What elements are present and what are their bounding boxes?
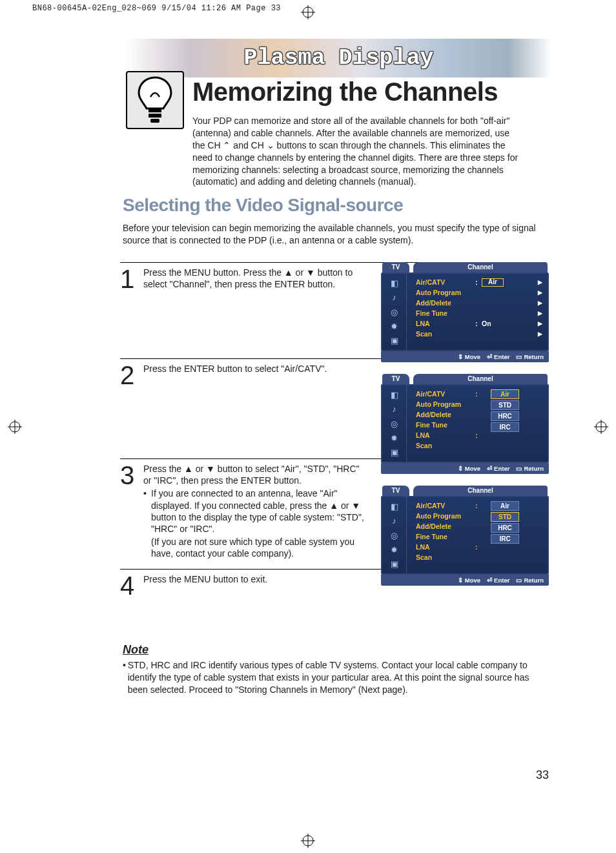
- menu-item: Scan: [416, 330, 475, 338]
- return-icon: ▭: [516, 353, 522, 360]
- channel-icon: ◎: [382, 416, 406, 431]
- menu-item: Fine Tune: [416, 309, 475, 317]
- enter-icon: ⏎: [487, 353, 492, 360]
- osd-option-list: Air STD HRC IRC: [491, 389, 519, 433]
- menu-item: Add/Delete: [416, 299, 475, 307]
- crop-mark-icon: [301, 5, 315, 19]
- option-irc: IRC: [491, 534, 519, 544]
- osd-icon-column: ◧ ♪ ◎ ✸ ▣: [382, 497, 407, 573]
- step-number: 4: [120, 573, 143, 597]
- banner: Plasma Display: [126, 39, 551, 77]
- setup-icon: ✸: [382, 431, 406, 445]
- option-irc: IRC: [491, 422, 519, 432]
- menu-item: Air/CATV: [416, 390, 475, 398]
- step-bullet: If you are connected to an antenna, leav…: [143, 488, 364, 535]
- osd-menu: Air/CATV:Air▶ Auto Program▶ Add/Delete▶ …: [407, 274, 548, 350]
- banner-title: Plasma Display: [243, 45, 433, 71]
- svg-rect-12: [149, 108, 161, 112]
- chevron-right-icon: ▶: [538, 331, 542, 337]
- step-number: 1: [120, 267, 143, 356]
- osd-footer: ⇕Move ⏎Enter ▭Return: [381, 463, 549, 474]
- step-text: Press the ENTER button to select "Air/CA…: [143, 363, 364, 456]
- step-text: Press the MENU button to exit.: [143, 573, 364, 597]
- section-title: Selecting the Video Signal-source: [123, 195, 403, 216]
- osd-footer: ⇕Move ⏎Enter ▭Return: [381, 351, 549, 362]
- osd-icon-column: ◧ ♪ ◎ ✸ ▣: [382, 385, 407, 462]
- setup-icon: ✸: [382, 542, 406, 557]
- chevron-right-icon: ▶: [538, 310, 542, 316]
- menu-item: LNA: [416, 320, 475, 327]
- move-icon: ⇕: [458, 577, 463, 584]
- menu-value: On: [482, 320, 513, 327]
- menu-item: Auto Program: [416, 512, 475, 520]
- option-std: STD: [491, 400, 519, 410]
- sound-icon: ♪: [382, 402, 406, 416]
- option-air: Air: [491, 389, 519, 399]
- menu-item: Scan: [416, 442, 475, 449]
- svg-rect-13: [149, 114, 161, 118]
- crop-mark-icon: [594, 420, 608, 434]
- osd-screenshot-3: TV Channel ◧ ♪ ◎ ✸ ▣ Air/CATV: Auto Prog…: [381, 486, 549, 586]
- osd-screenshot-1: TV Channel ◧ ♪ ◎ ✸ ▣ Air/CATV:Air▶ Auto …: [381, 262, 549, 362]
- osd-tab-tv: TV: [382, 374, 409, 384]
- menu-value: Air: [482, 278, 504, 287]
- footer-label: Return: [524, 465, 544, 472]
- sound-icon: ♪: [382, 290, 406, 304]
- lightbulb-icon: [126, 71, 184, 129]
- osd-tab-tv: TV: [382, 262, 409, 272]
- pip-icon: ▣: [382, 557, 406, 571]
- move-icon: ⇕: [458, 353, 463, 360]
- chevron-right-icon: ▶: [538, 320, 542, 327]
- menu-item: Fine Tune: [416, 421, 475, 429]
- footer-label: Move: [465, 353, 480, 360]
- footer-label: Return: [524, 353, 544, 360]
- setup-icon: ✸: [382, 319, 406, 333]
- menu-item: Air/CATV: [416, 502, 475, 509]
- crop-mark-icon: [301, 834, 315, 848]
- pip-icon: ▣: [382, 446, 406, 460]
- footer-label: Move: [465, 577, 480, 584]
- channel-icon: ◎: [382, 305, 406, 319]
- enter-icon: ⏎: [487, 577, 492, 584]
- menu-item: Fine Tune: [416, 533, 475, 540]
- sound-icon: ♪: [382, 513, 406, 528]
- note-block: Note • STD, HRC and IRC identify various…: [123, 643, 544, 696]
- section-intro: Before your television can begin memoriz…: [123, 222, 544, 247]
- step-subline: (If you are not sure which type of cable…: [143, 536, 364, 559]
- step-line: Press the ▲ or ▼ button to select "Air",…: [143, 463, 364, 486]
- osd-menu: Air/CATV: Auto Program Add/Delete Fine T…: [407, 385, 548, 462]
- channel-icon: ◎: [382, 528, 406, 542]
- note-title: Note: [123, 643, 544, 657]
- step-text: Press the MENU button. Press the ▲ or ▼ …: [143, 267, 364, 356]
- enter-icon: ⏎: [487, 465, 492, 472]
- osd-screenshot-2: TV Channel ◧ ♪ ◎ ✸ ▣ Air/CATV: Auto Prog…: [381, 374, 549, 474]
- intro-paragraph: Your PDP can memorize and store all of t…: [192, 115, 522, 188]
- menu-item: Scan: [416, 553, 475, 561]
- option-hrc: HRC: [491, 411, 519, 421]
- menu-item: Air/CATV: [416, 278, 475, 286]
- bullet-icon: •: [123, 659, 128, 696]
- print-header: BN68-00645A-02Eng_028~069 9/15/04 11:26 …: [32, 4, 281, 13]
- page-title: Memorizing the Channels: [192, 77, 498, 107]
- osd-tab-channel: Channel: [413, 374, 548, 384]
- menu-item: Add/Delete: [416, 522, 475, 530]
- option-std: STD: [491, 512, 519, 522]
- step-number: 2: [120, 363, 143, 456]
- return-icon: ▭: [516, 465, 522, 472]
- menu-item: Add/Delete: [416, 411, 475, 418]
- svg-rect-14: [150, 119, 159, 123]
- footer-label: Enter: [494, 577, 509, 584]
- note-text: STD, HRC and IRC identify various types …: [128, 659, 544, 696]
- step-text: Press the ▲ or ▼ button to select "Air",…: [143, 463, 364, 566]
- option-hrc: HRC: [491, 523, 519, 533]
- menu-item: Auto Program: [416, 400, 475, 408]
- footer-label: Enter: [494, 353, 509, 360]
- footer-label: Return: [524, 577, 544, 584]
- return-icon: ▭: [516, 577, 522, 584]
- osd-option-list: Air STD HRC IRC: [491, 501, 519, 545]
- footer-label: Enter: [494, 465, 509, 472]
- picture-icon: ◧: [382, 499, 406, 513]
- crop-mark-icon: [8, 420, 22, 434]
- osd-tab-channel: Channel: [413, 262, 548, 272]
- osd-icon-column: ◧ ♪ ◎ ✸ ▣: [382, 274, 407, 350]
